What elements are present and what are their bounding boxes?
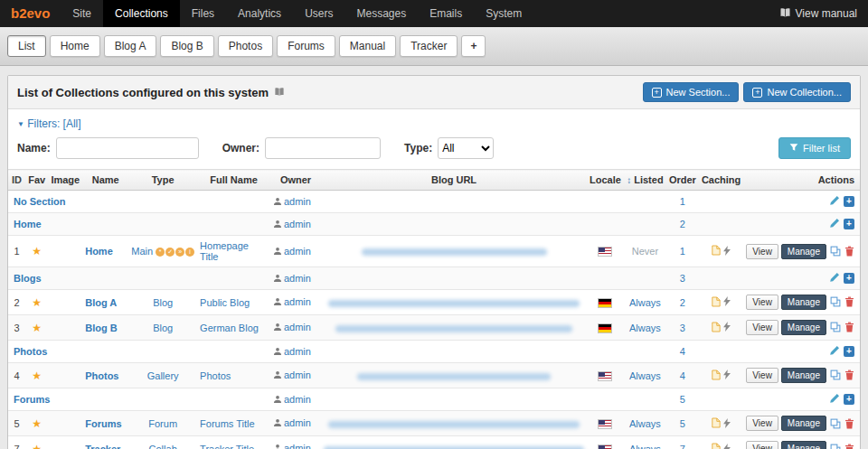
- edit-pencil-icon[interactable]: [829, 272, 840, 285]
- collection-name-link[interactable]: Tracker: [85, 444, 120, 449]
- view-button[interactable]: View: [746, 368, 778, 383]
- collection-name-link[interactable]: Photos: [85, 370, 118, 381]
- delete-trash-icon[interactable]: [844, 246, 854, 258]
- manage-button[interactable]: Manage: [781, 320, 826, 335]
- topnav-item-analytics[interactable]: Analytics: [226, 0, 293, 27]
- app-logo[interactable]: b2evo: [0, 0, 61, 27]
- owner-filter-input[interactable]: [265, 137, 381, 159]
- manage-button[interactable]: Manage: [781, 441, 826, 449]
- listed-link[interactable]: Always: [629, 370, 661, 381]
- order-link[interactable]: 5: [680, 418, 685, 429]
- filters-all-link[interactable]: [All]: [63, 117, 81, 130]
- col-header-listed[interactable]: ↕ Listed: [624, 170, 666, 191]
- collection-fullname-link[interactable]: Homepage Title: [200, 240, 249, 262]
- view-button[interactable]: View: [746, 295, 778, 310]
- cache-lightning-icon[interactable]: [723, 322, 731, 333]
- topnav-item-messages[interactable]: Messages: [344, 0, 418, 27]
- col-header-full-name[interactable]: Full Name: [197, 170, 270, 191]
- tab-forums[interactable]: Forums: [277, 35, 335, 57]
- collection-type-link[interactable]: Collab: [149, 444, 177, 449]
- owner-admin-link[interactable]: admin: [284, 417, 311, 428]
- col-header-actions[interactable]: Actions: [743, 170, 860, 191]
- tab-blog-b[interactable]: Blog B: [160, 35, 213, 57]
- view-button[interactable]: View: [746, 416, 778, 431]
- collection-type-link[interactable]: Blog: [153, 323, 173, 333]
- cache-page-icon[interactable]: [712, 245, 721, 257]
- edit-pencil-icon[interactable]: [829, 393, 840, 406]
- order-link[interactable]: 7: [680, 444, 685, 449]
- section-name-link[interactable]: Forums: [14, 394, 50, 405]
- collection-type-link[interactable]: Blog: [153, 297, 173, 308]
- tab-add-collection[interactable]: +: [461, 35, 486, 57]
- owner-admin-link[interactable]: admin: [284, 443, 311, 449]
- topnav-item-users[interactable]: Users: [293, 0, 344, 27]
- tab-manual[interactable]: Manual: [339, 35, 396, 57]
- owner-admin-link[interactable]: admin: [284, 322, 311, 332]
- favorite-star-icon[interactable]: ★: [32, 417, 42, 430]
- favorite-star-icon[interactable]: ★: [32, 369, 42, 382]
- listed-link[interactable]: Always: [629, 418, 661, 429]
- duplicate-icon[interactable]: [830, 444, 841, 449]
- section-order-link[interactable]: 5: [680, 394, 685, 405]
- tab-tracker[interactable]: Tracker: [400, 35, 458, 57]
- col-header-name[interactable]: Name: [82, 170, 128, 191]
- tab-list[interactable]: List: [7, 35, 46, 57]
- collection-type-link[interactable]: Gallery: [147, 370, 179, 381]
- section-name-link[interactable]: No Section: [14, 196, 65, 207]
- manage-button[interactable]: Manage: [781, 368, 826, 383]
- topnav-item-system[interactable]: System: [474, 0, 533, 27]
- duplicate-icon[interactable]: [830, 418, 841, 431]
- section-name-link[interactable]: Photos: [14, 346, 47, 357]
- cache-lightning-icon[interactable]: [723, 246, 731, 257]
- type-filter-select[interactable]: All: [438, 137, 494, 159]
- section-order-link[interactable]: 1: [680, 196, 685, 207]
- cache-lightning-icon[interactable]: [723, 444, 731, 449]
- collection-fullname-link[interactable]: German Blog: [200, 323, 259, 333]
- col-header-fav[interactable]: Fav: [25, 170, 48, 191]
- listed-link[interactable]: Always: [629, 323, 661, 333]
- col-header-owner[interactable]: Owner: [270, 170, 321, 191]
- owner-admin-link[interactable]: admin: [284, 273, 311, 284]
- filter-list-button[interactable]: Filter list: [778, 137, 851, 159]
- new-section-button[interactable]: + New Section...: [643, 82, 740, 102]
- col-header-blog-url[interactable]: Blog URL: [321, 170, 587, 191]
- cache-lightning-icon[interactable]: [723, 369, 731, 381]
- col-header-type[interactable]: Type: [128, 170, 197, 191]
- tab-blog-a[interactable]: Blog A: [104, 35, 157, 57]
- name-filter-input[interactable]: [56, 137, 199, 159]
- cache-lightning-icon[interactable]: [723, 296, 731, 308]
- topnav-item-files[interactable]: Files: [180, 0, 226, 27]
- owner-admin-link[interactable]: admin: [284, 246, 311, 257]
- add-in-section-icon[interactable]: +: [844, 196, 854, 207]
- section-order-link[interactable]: 2: [680, 219, 685, 229]
- cache-lightning-icon[interactable]: [723, 418, 731, 430]
- section-order-link[interactable]: 3: [680, 273, 685, 284]
- delete-trash-icon[interactable]: [844, 296, 854, 309]
- cache-page-icon[interactable]: [712, 369, 721, 382]
- topnav-item-collections[interactable]: Collections: [103, 0, 180, 27]
- new-collection-button[interactable]: + New Collection...: [743, 82, 851, 102]
- cache-page-icon[interactable]: [712, 443, 721, 449]
- delete-trash-icon[interactable]: [844, 369, 854, 382]
- view-manual-link[interactable]: View manual: [769, 0, 868, 27]
- edit-pencil-icon[interactable]: [829, 218, 840, 230]
- col-header-caching[interactable]: Caching: [699, 170, 743, 191]
- order-link[interactable]: 1: [680, 246, 685, 257]
- duplicate-icon[interactable]: [830, 246, 841, 258]
- blog-url-link-redacted[interactable]: [362, 248, 547, 256]
- collection-fullname-link[interactable]: Public Blog: [200, 297, 250, 308]
- view-button[interactable]: View: [746, 244, 778, 259]
- col-header-image[interactable]: Image: [48, 170, 82, 191]
- manage-button[interactable]: Manage: [781, 416, 826, 431]
- order-link[interactable]: 3: [680, 323, 685, 333]
- blog-url-link-redacted[interactable]: [328, 421, 580, 428]
- blog-url-link-redacted[interactable]: [357, 373, 551, 380]
- add-in-section-icon[interactable]: +: [844, 273, 854, 284]
- listed-link[interactable]: Always: [629, 297, 661, 308]
- duplicate-icon[interactable]: [830, 369, 841, 382]
- order-link[interactable]: 2: [680, 297, 685, 308]
- view-button[interactable]: View: [746, 441, 778, 449]
- cache-page-icon[interactable]: [712, 417, 721, 430]
- owner-admin-link[interactable]: admin: [284, 196, 311, 207]
- blog-url-link-redacted[interactable]: [328, 300, 580, 307]
